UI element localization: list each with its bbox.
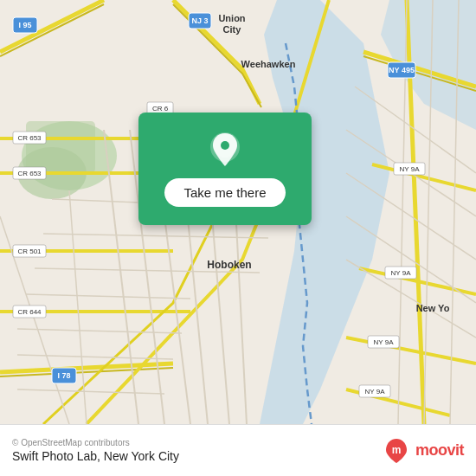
map-container: I 95 NJ 3 CR 653 CR 653 CR 501 CR 644 I … xyxy=(0,0,476,424)
svg-text:CR 501: CR 501 xyxy=(17,248,42,255)
svg-point-39 xyxy=(221,141,229,150)
moovit-logo: m moovit xyxy=(383,437,464,465)
svg-text:m: m xyxy=(392,444,402,456)
location-card: Take me there xyxy=(138,113,312,225)
svg-text:NY 9A: NY 9A xyxy=(400,165,421,173)
svg-rect-5 xyxy=(26,121,95,173)
map-pin-icon xyxy=(206,132,244,170)
svg-text:CR 653: CR 653 xyxy=(17,170,42,177)
svg-text:CR 6: CR 6 xyxy=(152,105,169,113)
svg-text:Weehawken: Weehawken xyxy=(241,59,296,69)
moovit-icon: m xyxy=(383,437,410,465)
svg-text:Union: Union xyxy=(218,13,245,23)
svg-text:I 78: I 78 xyxy=(57,371,70,380)
footer-bar: © OpenStreetMap contributors Swift Photo… xyxy=(0,424,476,476)
moovit-brand-text: moovit xyxy=(415,441,464,460)
location-label: Swift Photo Lab, New York City xyxy=(12,449,179,463)
svg-text:NY 9A: NY 9A xyxy=(374,338,395,346)
svg-text:I 95: I 95 xyxy=(18,21,31,29)
svg-text:CR 653: CR 653 xyxy=(17,134,42,142)
footer-info: © OpenStreetMap contributors Swift Photo… xyxy=(12,438,179,463)
svg-text:NJ 3: NJ 3 xyxy=(191,16,208,25)
svg-text:Hoboken: Hoboken xyxy=(207,259,251,271)
svg-text:CR 644: CR 644 xyxy=(17,308,42,316)
svg-text:NY 9A: NY 9A xyxy=(391,269,412,277)
svg-text:NY 495: NY 495 xyxy=(389,66,415,74)
svg-text:NY 9A: NY 9A xyxy=(365,388,386,396)
svg-text:City: City xyxy=(223,24,242,35)
take-me-there-button[interactable]: Take me there xyxy=(164,178,285,207)
map-attribution: © OpenStreetMap contributors xyxy=(12,438,179,447)
svg-text:New Yo: New Yo xyxy=(416,303,450,313)
